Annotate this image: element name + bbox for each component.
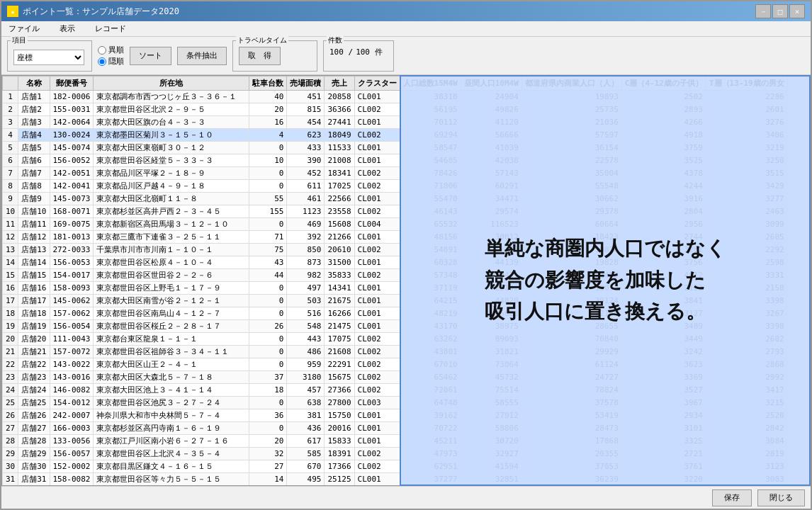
table-cell: 143-0022: [50, 358, 94, 371]
table-cell: 31: [3, 473, 18, 486]
menu-file[interactable]: ファイル: [4, 22, 44, 35]
table-cell: 75: [249, 244, 287, 256]
close-button-status[interactable]: 閉じる: [757, 489, 805, 506]
table-cell: CL002: [354, 180, 400, 193]
close-button[interactable]: ×: [789, 4, 805, 18]
table-cell: CL002: [354, 205, 400, 218]
table-cell: 451: [287, 91, 325, 103]
table-cell: CL002: [354, 460, 400, 473]
table-cell: 東京都世田谷区上北沢４－３５－４: [94, 448, 249, 460]
table-cell: CL002: [354, 384, 400, 397]
table-cell: 13: [3, 244, 18, 256]
maximize-button[interactable]: □: [772, 4, 788, 18]
col-header-num[interactable]: [3, 76, 18, 91]
col-header-name[interactable]: 名称: [18, 76, 50, 91]
table-cell: 店舗27: [18, 422, 50, 435]
save-button[interactable]: 保存: [712, 489, 752, 506]
table-cell: 神奈川県大和市中央林間５－７－４: [94, 409, 249, 422]
table-cell: 454: [287, 116, 325, 129]
table-cell: CL002: [354, 129, 400, 142]
table-cell: 548: [287, 320, 325, 333]
item-select[interactable]: 座標: [13, 50, 84, 65]
table-cell: 25: [3, 397, 18, 409]
table-cell: 店舗13: [18, 244, 50, 256]
minimize-button[interactable]: －: [755, 4, 771, 18]
filter-button[interactable]: 条件抽出: [177, 47, 227, 65]
table-cell: 497: [287, 282, 325, 295]
table-cell: 158-0082: [50, 473, 94, 486]
window-title: ポイント一覧：サンプル店舗データ2020: [23, 6, 179, 18]
table-cell: 1: [3, 91, 18, 103]
table-cell: 31500: [325, 256, 354, 269]
table-cell: 16: [3, 282, 18, 295]
table-cell: 242-0007: [50, 409, 94, 422]
col-header-parking[interactable]: 駐車台数: [249, 76, 287, 91]
menu-record[interactable]: レコード: [91, 22, 130, 35]
table-cell: 店舗5: [18, 142, 50, 154]
radio-ijun[interactable]: 異順: [98, 45, 124, 55]
col-header-cluster[interactable]: クラスター: [354, 76, 400, 91]
table-cell: 30: [3, 460, 18, 473]
title-bar: ★ ポイント一覧：サンプル店舗データ2020 － □ ×: [1, 1, 811, 21]
table-cell: 436: [287, 422, 325, 435]
table-cell: 156-0054: [50, 320, 94, 333]
travel-get-button[interactable]: 取 得: [239, 47, 281, 65]
table-cell: 東京都墨田区菊川３－１５－１０: [94, 129, 249, 142]
table-cell: 18341: [325, 167, 354, 180]
table-cell: 22566: [325, 193, 354, 205]
table-cell: CL002: [354, 167, 400, 180]
table-cell: CL001: [354, 193, 400, 205]
title-buttons: － □ ×: [755, 4, 805, 18]
table-cell: 873: [287, 256, 325, 269]
table-cell: 4: [3, 129, 18, 142]
table-cell: 店舗12: [18, 231, 50, 244]
table-cell: 27441: [325, 116, 354, 129]
table-cell: 店舗17: [18, 295, 50, 307]
table-cell: 21475: [325, 320, 354, 333]
table-cell: 11: [3, 218, 18, 231]
table-cell: 0: [249, 180, 287, 193]
table-cell: 東京都江戸川区南小岩６－２７－１６: [94, 435, 249, 448]
table-cell: CL002: [354, 346, 400, 358]
table-cell: 381: [287, 409, 325, 422]
radio-ijun-input[interactable]: [98, 46, 106, 55]
table-cell: 東京都杉並区高井戸西２－３－４５: [94, 205, 249, 218]
col-header-sales[interactable]: 売上: [325, 76, 354, 91]
table-cell: 店舗29: [18, 448, 50, 460]
table-cell: 店舗16: [18, 282, 50, 295]
table-cell: 169-0075: [50, 218, 94, 231]
menu-bar: ファイル 表示 レコード: [1, 21, 811, 37]
col-header-zip[interactable]: 郵便番号: [50, 76, 94, 91]
table-cell: 17366: [325, 460, 354, 473]
table-cell: 0: [249, 346, 287, 358]
radio-injun[interactable]: 隠順: [98, 56, 124, 67]
table-cell: 店舗11: [18, 218, 50, 231]
table-cell: 7: [3, 167, 18, 180]
table-cell: 17025: [325, 180, 354, 193]
sort-button[interactable]: ソート: [130, 47, 171, 65]
table-cell: 154-0012: [50, 397, 94, 409]
radio-injun-input[interactable]: [98, 57, 106, 66]
table-cell: 東京都世田谷区世田谷２－２－６: [94, 269, 249, 282]
table-cell: 店舗22: [18, 358, 50, 371]
menu-view[interactable]: 表示: [55, 22, 79, 35]
table-cell: 21675: [325, 295, 354, 307]
table-cell: 461: [287, 193, 325, 205]
table-cell: 145-0074: [50, 142, 94, 154]
col-header-area[interactable]: 売場面積: [287, 76, 325, 91]
table-cell: 433: [287, 142, 325, 154]
sort-radio-group: 異順 隠順: [98, 45, 124, 67]
table-cell: 1123: [287, 205, 325, 218]
table-cell: 東京都大田区東嶺町３０－１２: [94, 142, 249, 154]
table-cell: 157-0062: [50, 307, 94, 320]
table-cell: 469: [287, 218, 325, 231]
table-cell: 15: [3, 269, 18, 282]
table-cell: 28: [3, 435, 18, 448]
overlay-text: 単純な商圏内人口ではなく競合の影響度を加味した吸引人口に置き換える。: [470, 219, 740, 342]
table-cell: 36366: [325, 103, 354, 116]
travel-inner: 取 得: [239, 42, 311, 65]
table-cell: 千葉県市川市市川南１－１０－１: [94, 244, 249, 256]
col-header-addr[interactable]: 所在地: [94, 76, 249, 91]
table-cell: 43: [249, 256, 287, 269]
table-cell: 店舗18: [18, 307, 50, 320]
